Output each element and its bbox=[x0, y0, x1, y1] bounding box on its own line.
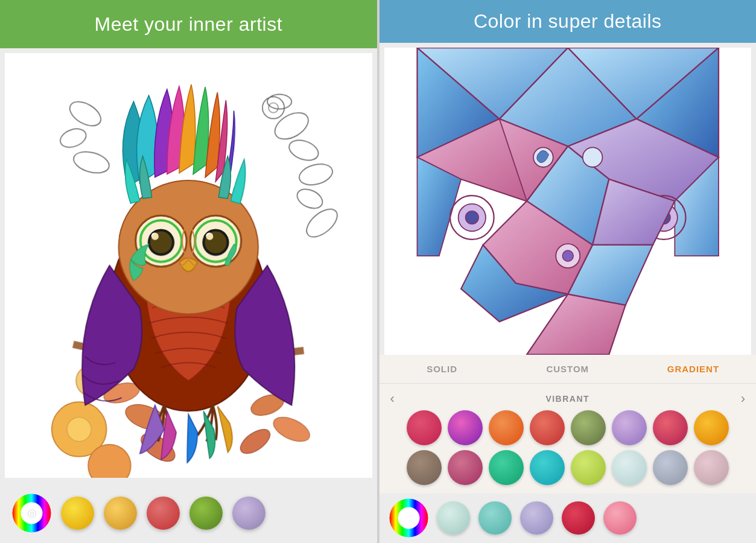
svg-point-19 bbox=[270, 412, 313, 446]
svg-point-5 bbox=[297, 160, 335, 188]
tab-gradient[interactable]: GRADIENT bbox=[631, 355, 756, 383]
tab-solid[interactable]: SOLID bbox=[380, 355, 505, 383]
left-color-palette: ◎ bbox=[0, 483, 377, 543]
svg-point-2 bbox=[267, 94, 291, 109]
svg-point-10 bbox=[71, 148, 112, 177]
svg-point-7 bbox=[302, 204, 342, 242]
palette-label: VIBRANT bbox=[545, 394, 589, 404]
svg-point-48 bbox=[465, 211, 478, 224]
gradient-dot-2[interactable] bbox=[448, 410, 483, 445]
tab-custom[interactable]: CUSTOM bbox=[505, 355, 631, 383]
svg-text:◎: ◎ bbox=[27, 507, 37, 519]
gradient-dot-4[interactable] bbox=[530, 410, 565, 445]
gradient-dot-6[interactable] bbox=[612, 410, 647, 445]
right-header: Color in super details bbox=[380, 0, 757, 43]
svg-point-0 bbox=[270, 107, 313, 145]
svg-point-9 bbox=[58, 125, 89, 151]
gradient-dot-14[interactable] bbox=[612, 450, 647, 485]
svg-point-32 bbox=[205, 232, 226, 253]
mandala-artwork bbox=[384, 48, 752, 355]
svg-point-12 bbox=[67, 417, 91, 441]
svg-point-66 bbox=[398, 507, 419, 529]
gradient-dot-10[interactable] bbox=[448, 450, 483, 485]
gradient-dot-12[interactable] bbox=[530, 450, 565, 485]
gradient-dot-13[interactable] bbox=[571, 450, 606, 485]
right-panel-controls: SOLID CUSTOM GRADIENT ‹ VIBRANT › bbox=[380, 355, 757, 494]
palette-nav: ‹ VIBRANT › bbox=[386, 387, 751, 410]
gradient-row-2 bbox=[386, 450, 751, 485]
gradient-dot-16[interactable] bbox=[694, 450, 729, 485]
palette-section: ‹ VIBRANT › bbox=[380, 384, 757, 494]
svg-point-1 bbox=[287, 136, 322, 164]
svg-point-8 bbox=[66, 97, 105, 131]
right-color-4[interactable] bbox=[562, 501, 595, 535]
left-color-yellow1[interactable] bbox=[61, 497, 94, 530]
color-wheel-right[interactable] bbox=[389, 498, 428, 538]
left-color-yellow2[interactable] bbox=[104, 497, 137, 530]
right-color-5[interactable] bbox=[603, 501, 637, 535]
color-wheel-left[interactable]: ◎ bbox=[12, 494, 51, 533]
right-color-3[interactable] bbox=[520, 501, 553, 535]
gradient-dot-3[interactable] bbox=[489, 410, 524, 445]
right-header-title: Color in super details bbox=[474, 10, 662, 33]
gradient-dot-15[interactable] bbox=[653, 450, 688, 485]
gradient-dot-8[interactable] bbox=[694, 410, 729, 445]
left-color-green[interactable] bbox=[189, 497, 223, 530]
right-color-1[interactable] bbox=[437, 501, 470, 535]
left-header-title: Meet your inner artist bbox=[94, 13, 282, 36]
left-color-lavender[interactable] bbox=[232, 497, 265, 530]
gradient-dot-5[interactable] bbox=[571, 410, 606, 445]
owl-artwork bbox=[5, 53, 372, 478]
svg-point-6 bbox=[294, 185, 325, 212]
palette-next-button[interactable]: › bbox=[736, 391, 750, 407]
svg-point-31 bbox=[150, 232, 172, 253]
gradient-dot-11[interactable] bbox=[489, 450, 524, 485]
palette-prev-button[interactable]: ‹ bbox=[386, 391, 399, 407]
svg-point-20 bbox=[237, 425, 274, 458]
gradient-dot-1[interactable] bbox=[407, 410, 442, 445]
gradient-dot-9[interactable] bbox=[407, 450, 442, 485]
mode-tabs: SOLID CUSTOM GRADIENT bbox=[380, 355, 757, 384]
right-panel: Color in super details bbox=[380, 0, 757, 543]
right-color-palette bbox=[380, 494, 757, 543]
svg-point-60 bbox=[562, 250, 573, 261]
left-color-red[interactable] bbox=[147, 497, 180, 530]
left-header: Meet your inner artist bbox=[0, 0, 377, 48]
gradient-row-1 bbox=[386, 410, 751, 445]
left-panel: Meet your inner artist bbox=[0, 0, 377, 543]
svg-point-58 bbox=[582, 148, 602, 168]
right-color-2[interactable] bbox=[478, 501, 512, 535]
gradient-dot-7[interactable] bbox=[653, 410, 688, 445]
